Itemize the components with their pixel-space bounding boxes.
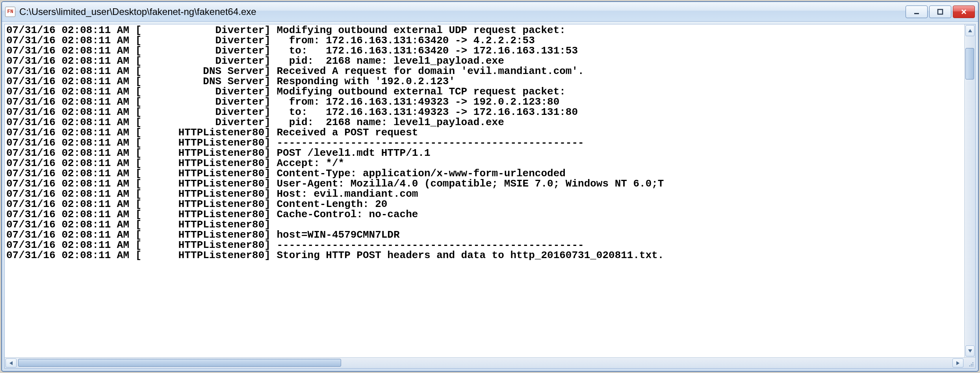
app-window: FN C:\Users\limited_user\Desktop\fakenet… xyxy=(1,1,979,372)
console-body: 07/31/16 02:08:11 AM [ Diverter] Modifyi… xyxy=(5,24,975,357)
close-button[interactable] xyxy=(953,6,975,18)
svg-marker-5 xyxy=(968,349,972,353)
log-line: 07/31/16 02:08:11 AM [ HTTPListener80] S… xyxy=(6,250,963,260)
svg-marker-6 xyxy=(9,361,13,365)
log-line: 07/31/16 02:08:11 AM [ HTTPListener80] -… xyxy=(6,138,963,148)
log-line: 07/31/16 02:08:11 AM [ HTTPListener80] H… xyxy=(6,189,963,199)
svg-point-10 xyxy=(973,364,974,365)
log-line: 07/31/16 02:08:11 AM [ Diverter] to: 172… xyxy=(6,46,963,56)
scroll-left-button[interactable] xyxy=(6,358,17,367)
log-line: 07/31/16 02:08:11 AM [ DNS Server] Recei… xyxy=(6,66,963,76)
log-line: 07/31/16 02:08:11 AM [ HTTPListener80] xyxy=(6,220,963,230)
maximize-button[interactable] xyxy=(929,6,951,18)
svg-rect-1 xyxy=(938,9,943,14)
svg-point-13 xyxy=(973,366,974,367)
log-line: 07/31/16 02:08:11 AM [ Diverter] Modifyi… xyxy=(6,87,963,97)
app-icon: FN xyxy=(5,7,15,17)
titlebar[interactable]: FN C:\Users\limited_user\Desktop\fakenet… xyxy=(2,2,978,22)
chevron-down-icon xyxy=(968,349,973,353)
chevron-right-icon xyxy=(956,361,960,366)
svg-point-9 xyxy=(971,364,972,365)
svg-marker-7 xyxy=(956,361,960,365)
log-line: 07/31/16 02:08:11 AM [ HTTPListener80] U… xyxy=(6,179,963,189)
horizontal-scrollbar[interactable] xyxy=(5,357,975,368)
log-line: 07/31/16 02:08:11 AM [ HTTPListener80] h… xyxy=(6,230,963,240)
log-line: 07/31/16 02:08:11 AM [ HTTPListener80] C… xyxy=(6,168,963,179)
log-line: 07/31/16 02:08:11 AM [ HTTPListener80] R… xyxy=(6,127,963,138)
chevron-left-icon xyxy=(9,361,13,366)
minimize-button[interactable] xyxy=(906,6,928,18)
vertical-scroll-thumb[interactable] xyxy=(965,48,974,79)
maximize-icon xyxy=(937,8,944,15)
log-line: 07/31/16 02:08:11 AM [ Diverter] to: 172… xyxy=(6,107,963,117)
window-controls xyxy=(906,6,975,18)
svg-rect-0 xyxy=(914,13,919,14)
scroll-right-button[interactable] xyxy=(952,358,963,367)
resize-grip[interactable] xyxy=(964,358,975,368)
log-line: 07/31/16 02:08:11 AM [ Diverter] from: 1… xyxy=(6,35,963,46)
vertical-scrollbar[interactable] xyxy=(964,24,975,357)
close-icon xyxy=(960,8,967,15)
resize-grip-icon xyxy=(968,361,974,367)
log-line: 07/31/16 02:08:11 AM [ Diverter] from: 1… xyxy=(6,97,963,107)
log-line: 07/31/16 02:08:11 AM [ HTTPListener80] C… xyxy=(6,199,963,209)
window-title: C:\Users\limited_user\Desktop\fakenet-ng… xyxy=(19,6,906,17)
log-line: 07/31/16 02:08:11 AM [ HTTPListener80] C… xyxy=(6,209,963,220)
svg-point-12 xyxy=(971,366,972,367)
console-output[interactable]: 07/31/16 02:08:11 AM [ Diverter] Modifyi… xyxy=(5,24,964,357)
log-line: 07/31/16 02:08:11 AM [ HTTPListener80] A… xyxy=(6,158,963,168)
log-line: 07/31/16 02:08:11 AM [ HTTPListener80] -… xyxy=(6,240,963,250)
log-line: 07/31/16 02:08:11 AM [ Diverter] pid: 21… xyxy=(6,117,963,127)
horizontal-scroll-track[interactable] xyxy=(17,358,952,368)
log-line: 07/31/16 02:08:11 AM [ HTTPListener80] P… xyxy=(6,148,963,158)
minimize-icon xyxy=(913,8,920,15)
svg-marker-4 xyxy=(968,29,972,32)
scroll-up-button[interactable] xyxy=(965,25,974,36)
scroll-down-button[interactable] xyxy=(965,345,974,356)
chevron-up-icon xyxy=(968,29,973,33)
horizontal-scroll-thumb[interactable] xyxy=(18,359,341,367)
log-line: 07/31/16 02:08:11 AM [ DNS Server] Respo… xyxy=(6,76,963,87)
content-area: 07/31/16 02:08:11 AM [ Diverter] Modifyi… xyxy=(4,24,976,369)
log-line: 07/31/16 02:08:11 AM [ Diverter] Modifyi… xyxy=(6,25,963,35)
svg-point-8 xyxy=(973,362,974,364)
svg-point-11 xyxy=(969,366,971,367)
log-line: 07/31/16 02:08:11 AM [ Diverter] pid: 21… xyxy=(6,56,963,66)
